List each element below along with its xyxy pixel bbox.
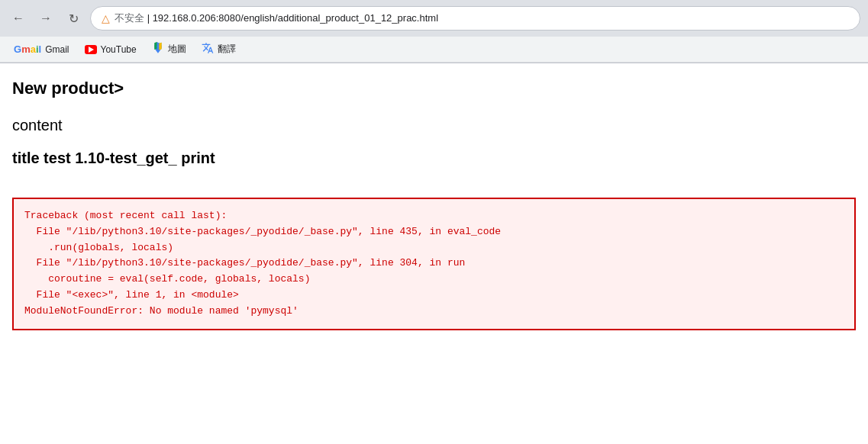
security-warning-icon: △ [102,12,110,24]
url-separator: | [147,12,153,24]
translate-icon [202,42,214,56]
bookmark-gmail-label: Gmail [45,44,69,55]
page-title: title test 1.10-test_get_ print [12,150,856,167]
error-traceback: Traceback (most recent call last): File … [12,198,856,330]
address-text: 不安全 | 192.168.0.206:8080/english/additio… [115,11,438,25]
insecure-label: 不安全 [115,12,144,24]
refresh-button[interactable]: ↻ [63,8,84,29]
browser-chrome: ← → ↻ △ 不安全 | 192.168.0.206:8080/english… [0,0,868,63]
bookmark-translate[interactable]: 翻譯 [195,40,242,59]
back-button[interactable]: ← [8,8,29,29]
nav-bar: ← → ↻ △ 不安全 | 192.168.0.206:8080/english… [0,0,868,37]
address-bar[interactable]: △ 不安全 | 192.168.0.206:8080/english/addit… [90,6,860,31]
bookmark-maps-label: 地圖 [168,43,186,56]
svg-marker-1 [154,42,156,50]
url-value: 192.168.0.206:8080/english/additional_pr… [153,12,438,24]
maps-icon [152,42,164,56]
youtube-icon [85,44,97,55]
bookmarks-bar: Gmail Gmail YouTube [0,37,868,63]
gmail-icon: Gmail [14,43,41,55]
page-heading: New product> [12,79,856,98]
bookmark-youtube-label: YouTube [101,44,137,55]
bookmark-youtube[interactable]: YouTube [79,42,143,57]
bookmark-translate-label: 翻譯 [218,43,236,56]
bookmark-gmail[interactable]: Gmail Gmail [8,41,76,57]
forward-button[interactable]: → [35,8,56,29]
svg-marker-3 [159,43,161,50]
page-label: content [12,117,856,134]
bookmark-maps[interactable]: 地圖 [146,40,192,59]
page-content: New product> content title test 1.10-tes… [0,63,868,346]
